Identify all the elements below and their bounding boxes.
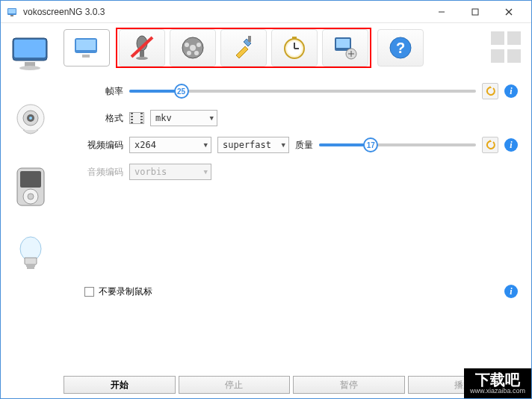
tab-screen[interactable] <box>64 29 110 66</box>
app-icon <box>7 6 19 18</box>
format-label: 格式 <box>84 112 123 125</box>
svg-rect-40 <box>292 37 297 40</box>
no-record-cursor-checkbox[interactable] <box>84 287 94 297</box>
framerate-reset-button[interactable] <box>482 83 498 99</box>
svg-rect-35 <box>248 36 251 42</box>
svg-rect-2 <box>10 15 13 16</box>
framerate-slider[interactable]: 25 <box>129 86 476 96</box>
highlighted-tabs <box>116 28 371 68</box>
titlebar: vokoscreenNG 3.0.3 <box>1 1 531 23</box>
svg-rect-24 <box>82 55 90 58</box>
framerate-info-icon[interactable]: i <box>504 84 518 98</box>
minimize-button[interactable] <box>424 1 458 23</box>
sidebar-player-icon[interactable] <box>8 165 53 210</box>
bottom-buttons: 开始 停止 暂停 播放 <box>64 376 524 394</box>
caret-icon: ▼ <box>204 141 208 149</box>
tab-timer[interactable] <box>271 29 318 66</box>
start-button[interactable]: 开始 <box>64 376 176 394</box>
quality-thumb[interactable]: 17 <box>363 137 378 152</box>
svg-rect-42 <box>336 39 350 48</box>
content-area: ? 帧率 25 i <box>1 23 531 398</box>
svg-rect-23 <box>76 40 96 50</box>
svg-point-31 <box>185 43 189 47</box>
row-checkbox: 不要录制鼠标 i <box>64 285 524 298</box>
svg-point-18 <box>28 194 34 200</box>
svg-rect-26 <box>140 51 144 57</box>
settings-form: 帧率 25 i 格式 mkv ▼ <box>64 83 524 180</box>
tab-video[interactable] <box>170 29 216 66</box>
framerate-label: 帧率 <box>84 85 123 98</box>
window-title: vokoscreenNG 3.0.3 <box>23 7 424 17</box>
row-audiocodec: 音频编码 vorbis ▼ <box>84 164 518 180</box>
preset-combo[interactable]: superfast ▼ <box>217 137 289 153</box>
quality-label: 质量 <box>295 139 313 152</box>
svg-point-32 <box>197 43 201 47</box>
quality-slider[interactable]: 17 <box>319 140 476 150</box>
caret-icon: ▼ <box>204 168 208 176</box>
tab-tools[interactable] <box>220 29 267 66</box>
watermark: 下载吧 www.xiazaiba.com <box>464 368 531 398</box>
grid-icon[interactable] <box>491 31 524 64</box>
stop-button: 停止 <box>179 376 291 394</box>
svg-rect-21 <box>27 267 34 269</box>
quality-reset-button[interactable] <box>482 137 498 153</box>
svg-point-27 <box>136 57 148 60</box>
svg-point-19 <box>20 237 41 261</box>
tab-audio[interactable] <box>119 29 165 66</box>
svg-point-10 <box>19 66 40 70</box>
toolbar: ? <box>64 28 524 68</box>
svg-rect-8 <box>14 40 46 58</box>
svg-point-14 <box>29 117 32 120</box>
svg-rect-1 <box>8 9 16 13</box>
close-button[interactable] <box>492 1 525 23</box>
tab-help[interactable]: ? <box>377 29 424 66</box>
main-panel: ? 帧率 25 i <box>61 23 531 398</box>
framerate-thumb[interactable]: 25 <box>174 84 189 99</box>
row-framerate: 帧率 25 i <box>84 83 518 99</box>
film-icon <box>129 112 144 124</box>
svg-point-34 <box>194 51 199 55</box>
audiocodec-label: 音频编码 <box>84 166 123 179</box>
svg-rect-4 <box>472 9 478 15</box>
sidebar <box>1 23 61 398</box>
row-videocodec: 视频编码 x264 ▼ superfast ▼ 质量 17 <box>84 137 518 153</box>
format-combo[interactable]: mkv ▼ <box>150 110 217 126</box>
videocodec-label: 视频编码 <box>84 139 123 152</box>
caret-icon: ▼ <box>282 141 285 149</box>
pause-button: 暂停 <box>293 376 405 394</box>
app-window: vokoscreenNG 3.0.3 <box>0 0 532 399</box>
videocodec-combo[interactable]: x264 ▼ <box>129 137 211 153</box>
sidebar-webcam-icon[interactable] <box>8 98 53 143</box>
svg-rect-20 <box>26 264 35 267</box>
tab-area[interactable] <box>322 29 368 66</box>
svg-point-33 <box>187 51 191 55</box>
svg-point-30 <box>190 45 196 51</box>
svg-rect-16 <box>20 171 41 188</box>
sidebar-monitor-icon[interactable] <box>8 31 53 75</box>
row-format: 格式 mkv ▼ <box>84 110 518 126</box>
quality-info-icon[interactable]: i <box>504 138 518 152</box>
sidebar-bulb-icon[interactable] <box>8 232 53 277</box>
cursor-info-icon[interactable]: i <box>504 285 518 298</box>
svg-text:?: ? <box>396 40 405 56</box>
audiocodec-combo: vorbis ▼ <box>129 164 211 180</box>
maximize-button[interactable] <box>458 1 492 23</box>
caret-icon: ▼ <box>210 114 214 122</box>
no-record-cursor-label: 不要录制鼠标 <box>99 285 152 298</box>
